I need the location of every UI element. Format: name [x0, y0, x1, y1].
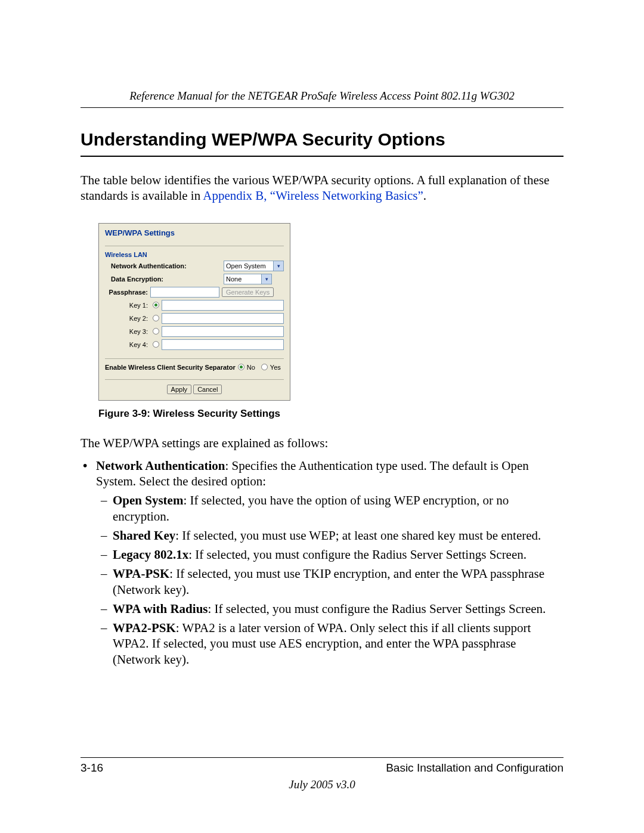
dash-list: Open System: If selected, you have the o…	[96, 493, 564, 667]
figure-caption: Figure 3-9: Wireless Security Settings	[98, 408, 564, 420]
separator-no-text: No	[247, 364, 255, 371]
divider	[105, 379, 284, 380]
appendix-link[interactable]: Appendix B, “Wireless Networking Basics”	[203, 188, 423, 203]
dash-text: : If selected, you must configure the Ra…	[208, 602, 546, 616]
key2-input[interactable]	[162, 313, 284, 324]
panel-title: WEP/WPA Settings	[105, 227, 284, 237]
network-auth-label: Network Authentication:	[105, 262, 187, 270]
page-footer: 3-16 Basic Installation and Configuratio…	[80, 757, 564, 791]
dash-legacy-8021x: Legacy 802.1x: If selected, you must con…	[96, 547, 564, 562]
separator-yes-text: Yes	[270, 364, 281, 371]
generate-keys-button: Generate Keys	[222, 287, 274, 297]
footer-date: July 2005 v3.0	[80, 778, 564, 791]
dash-shared-key: Shared Key: If selected, you must use WE…	[96, 528, 564, 543]
dash-wpa-radius: WPA with Radius: If selected, you must c…	[96, 601, 564, 617]
dash-bold: Shared Key	[113, 528, 175, 543]
key3-label: Key 3:	[105, 328, 150, 335]
key3-input[interactable]	[162, 326, 284, 337]
dash-text: : WPA2 is a later version of WPA. Only s…	[113, 621, 531, 667]
document-page: Reference Manual for the NETGEAR ProSafe…	[0, 0, 644, 833]
running-header: Reference Manual for the NETGEAR ProSafe…	[80, 89, 564, 108]
figure-screenshot: WEP/WPA Settings Wireless LAN Network Au…	[98, 223, 564, 420]
dash-text: : If selected, you must use WEP; at leas…	[175, 528, 541, 543]
section-wireless-lan: Wireless LAN	[105, 251, 284, 258]
dash-bold: WPA with Radius	[113, 602, 208, 616]
wep-wpa-panel: WEP/WPA Settings Wireless LAN Network Au…	[98, 223, 290, 401]
cancel-button[interactable]: Cancel	[193, 385, 222, 394]
dash-bold: Open System	[113, 493, 183, 507]
page-title: Understanding WEP/WPA Security Options	[80, 129, 564, 157]
key1-radio[interactable]	[153, 302, 159, 308]
data-encryption-select[interactable]: None	[224, 274, 271, 284]
bullet-list: Network Authentication: Specifies the Au…	[80, 458, 564, 667]
apply-button[interactable]: Apply	[167, 385, 192, 394]
dash-bold: Legacy 802.1x	[113, 547, 188, 562]
key3-radio[interactable]	[153, 328, 159, 335]
key1-label: Key 1:	[105, 302, 150, 309]
bullet-bold: Network Authentication	[96, 459, 225, 473]
divider	[105, 246, 284, 246]
dash-bold: WPA-PSK	[113, 566, 169, 581]
dash-bold: WPA2-PSK	[113, 621, 176, 635]
intro-text-b: .	[423, 188, 426, 203]
dash-wpa2-psk: WPA2-PSK: WPA2 is a later version of WPA…	[96, 620, 564, 667]
footer-section: Basic Installation and Configuration	[386, 761, 564, 775]
dash-wpa-psk: WPA-PSK: If selected, you must use TKIP …	[96, 566, 564, 597]
key2-label: Key 2:	[105, 315, 150, 322]
dash-text: : If selected, you must configure the Ra…	[188, 547, 527, 562]
separator-yes-radio[interactable]	[261, 364, 268, 370]
bullet-network-auth: Network Authentication: Specifies the Au…	[80, 458, 564, 667]
intro-paragraph: The table below identifies the various W…	[80, 172, 564, 204]
separator-label: Enable Wireless Client Security Separato…	[105, 364, 236, 371]
key4-input[interactable]	[162, 339, 284, 350]
dash-open-system: Open System: If selected, you have the o…	[96, 493, 564, 524]
passphrase-input[interactable]	[150, 287, 219, 298]
key4-label: Key 4:	[105, 341, 150, 348]
divider	[105, 358, 284, 359]
separator-no-radio[interactable]	[238, 364, 244, 370]
footer-page-number: 3-16	[80, 761, 103, 775]
data-encryption-label: Data Encryption:	[105, 275, 163, 283]
explain-intro: The WEP/WPA settings are explained as fo…	[80, 435, 564, 451]
key2-radio[interactable]	[153, 315, 159, 321]
dash-text: : If selected, you must use TKIP encrypt…	[113, 566, 544, 596]
key4-radio[interactable]	[153, 341, 159, 348]
key1-input[interactable]	[162, 300, 284, 311]
network-auth-select[interactable]: Open System	[224, 261, 283, 271]
passphrase-label: Passphrase:	[105, 289, 148, 296]
